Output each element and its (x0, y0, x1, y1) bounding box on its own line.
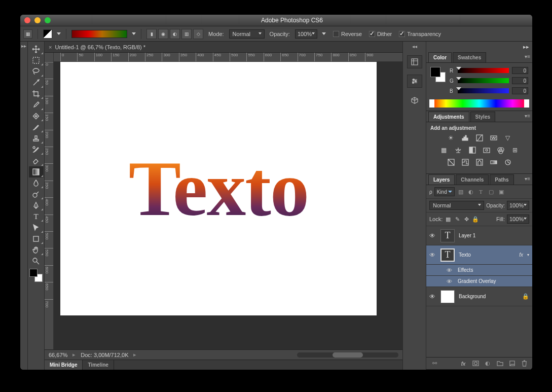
color-swatches[interactable] (29, 269, 43, 282)
brush-tool[interactable] (29, 122, 44, 133)
history-brush-tool[interactable] (29, 144, 44, 155)
gradient-preview[interactable] (71, 30, 127, 38)
blend-mode-select[interactable]: Normal (429, 201, 484, 210)
color-spectrum[interactable] (429, 99, 529, 108)
lock-all-icon[interactable]: 🔒 (472, 216, 479, 223)
angle-gradient-icon[interactable]: ◐ (170, 29, 180, 39)
paths-tab[interactable]: Paths (490, 174, 513, 185)
document-tab[interactable]: × Untitled-1 @ 66,7% (Texto, RGB/8) * (45, 42, 402, 53)
layer-name[interactable]: Layer 1 (459, 233, 529, 238)
g-slider[interactable] (458, 78, 509, 83)
photo-filter-icon[interactable] (482, 146, 491, 154)
layer-row[interactable]: 👁 Background 🔒 (426, 287, 532, 306)
layer-opacity-input[interactable]: 100% (507, 201, 529, 210)
transparency-checkbox[interactable]: Transparency (399, 31, 441, 37)
blur-tool[interactable] (29, 177, 44, 189)
layer-row[interactable]: 👁 T Texto fx ▾ (426, 245, 532, 265)
mini-bridge-tab[interactable]: Mini Bridge (45, 360, 83, 370)
linear-gradient-icon[interactable]: ▮ (146, 29, 157, 39)
lock-transparency-icon[interactable]: ▩ (445, 216, 452, 223)
chevron-down-icon[interactable] (57, 32, 61, 35)
diamond-gradient-icon[interactable]: ◇ (193, 29, 203, 39)
minimize-button[interactable] (34, 17, 41, 23)
crop-tool[interactable] (29, 88, 44, 99)
visibility-toggle[interactable]: 👁 (429, 232, 436, 239)
gradient-map-icon[interactable] (489, 158, 498, 166)
path-select-tool[interactable] (29, 222, 44, 233)
dither-checkbox[interactable]: Dither (369, 31, 392, 37)
delete-layer-icon[interactable] (520, 360, 528, 368)
filter-smart-icon[interactable]: ▣ (497, 188, 505, 196)
3d-panel-icon[interactable] (407, 94, 422, 107)
channels-tab[interactable]: Channels (456, 174, 489, 185)
eyedropper-tool[interactable] (29, 99, 44, 111)
close-tab-icon[interactable]: × (49, 44, 52, 50)
mask-icon[interactable] (471, 360, 480, 368)
g-value[interactable]: 0 (512, 77, 528, 84)
visibility-toggle[interactable]: 👁 (429, 293, 436, 300)
new-layer-icon[interactable] (508, 360, 516, 368)
doc-info[interactable]: Doc: 3,00M/712,0K (81, 352, 128, 358)
panel-menu-icon[interactable]: ▾≡ (525, 54, 530, 59)
brightness-icon[interactable]: ☀ (447, 134, 456, 142)
close-button[interactable] (24, 17, 30, 23)
styles-tab[interactable]: Styles (470, 112, 495, 122)
canvas[interactable]: Texto (60, 62, 377, 315)
group-icon[interactable] (496, 360, 504, 368)
link-layers-icon[interactable]: ⚯ (430, 360, 438, 368)
layer-name[interactable]: Background (459, 294, 518, 299)
visibility-toggle[interactable]: 👁 (447, 278, 454, 284)
lasso-tool[interactable] (29, 66, 44, 77)
balance-icon[interactable] (454, 146, 463, 154)
zoom-tool[interactable] (29, 256, 44, 267)
reflected-gradient-icon[interactable]: ▥ (181, 29, 192, 39)
layers-tab[interactable]: Layers (428, 174, 455, 185)
move-tool[interactable] (29, 44, 44, 55)
layer-thumbnail[interactable]: T (440, 229, 455, 242)
filter-kind-select[interactable]: Kind (434, 187, 455, 196)
ps-menu-icon[interactable]: ▦ (23, 29, 32, 39)
lock-position-icon[interactable]: ✥ (463, 216, 470, 223)
filter-type-icon[interactable]: T (477, 188, 485, 196)
lookup-icon[interactable]: ⊞ (510, 146, 520, 154)
fill-input[interactable]: 100% (507, 215, 529, 224)
invert-icon[interactable] (447, 158, 456, 166)
b-slider[interactable] (458, 88, 509, 93)
mixer-icon[interactable] (496, 146, 505, 154)
zoom-button[interactable] (45, 17, 51, 23)
chevron-down-icon[interactable]: ▾ (527, 253, 529, 257)
fx-icon[interactable]: fx (459, 360, 467, 368)
lock-paint-icon[interactable]: ✎ (454, 216, 461, 223)
healing-tool[interactable] (29, 111, 44, 122)
levels-icon[interactable] (461, 134, 470, 142)
chevron-down-icon[interactable] (322, 32, 326, 35)
selective-icon[interactable] (503, 158, 512, 166)
gradient-swatch-prev[interactable] (43, 29, 52, 39)
layer-name[interactable]: Texto (459, 252, 515, 258)
timeline-tab[interactable]: Timeline (83, 360, 114, 370)
mode-select[interactable]: Normal (229, 29, 265, 39)
r-slider[interactable] (458, 68, 509, 73)
zoom-level[interactable]: 66,67% (49, 352, 67, 358)
layer-thumbnail[interactable] (440, 290, 455, 303)
vibrance-icon[interactable]: ▽ (503, 134, 512, 142)
exposure-icon[interactable] (489, 134, 498, 142)
pen-tool[interactable] (29, 200, 44, 211)
panel-menu-icon[interactable]: ▾≡ (525, 113, 530, 119)
r-value[interactable]: 0 (512, 67, 528, 74)
fg-bg-swatch[interactable] (430, 67, 446, 82)
type-tool[interactable]: T (29, 211, 44, 222)
hue-icon[interactable]: ▦ (439, 146, 449, 154)
properties-panel-icon[interactable] (407, 75, 422, 88)
marquee-tool[interactable] (29, 55, 44, 66)
filter-shape-icon[interactable]: ▢ (487, 188, 495, 196)
hand-tool[interactable] (29, 244, 44, 256)
eraser-tool[interactable] (29, 155, 44, 166)
effect-row[interactable]: 👁 Effects (426, 265, 532, 276)
chevron-down-icon[interactable] (132, 32, 136, 35)
fx-badge[interactable]: fx (519, 252, 523, 258)
visibility-toggle[interactable]: 👁 (429, 252, 436, 259)
history-panel-icon[interactable] (407, 55, 422, 68)
curves-icon[interactable] (475, 134, 484, 142)
gradient-tool[interactable] (29, 166, 44, 177)
